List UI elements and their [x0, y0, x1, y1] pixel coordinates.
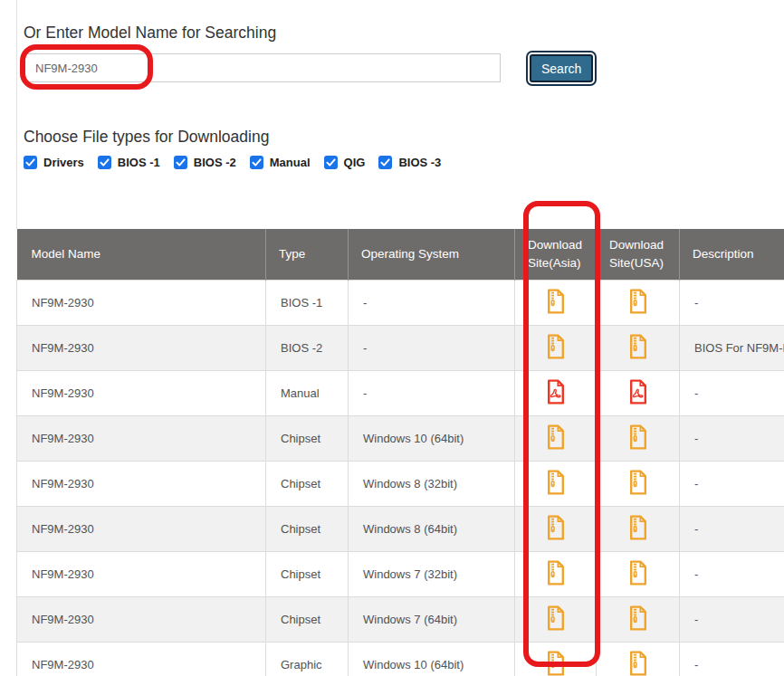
zip-file-icon: [546, 515, 566, 540]
operating-system-cell: Windows 10 (64bit): [349, 643, 515, 676]
description-cell: -: [680, 371, 784, 416]
filetype-label: BIOS -2: [194, 156, 236, 169]
model-name-input[interactable]: [24, 53, 501, 82]
download-asia-link[interactable]: [546, 515, 566, 540]
pdf-file-icon: [628, 379, 648, 405]
checkmark-icon: [100, 157, 110, 167]
type-cell: Chipset: [266, 416, 349, 462]
download-asia-link[interactable]: [546, 651, 566, 676]
download-usa-cell: [597, 371, 680, 416]
filetypes-heading: Choose File types for Downloading: [24, 128, 269, 147]
checkmark-icon: [252, 157, 262, 167]
table-header-row: Model Name Type Operating System Downloa…: [17, 229, 784, 281]
download-asia-link[interactable]: [546, 560, 566, 586]
zip-file-icon: [546, 470, 566, 495]
filetype-label: BIOS -1: [118, 156, 160, 169]
zip-file-icon: [546, 560, 566, 586]
column-header-model-name: Model Name: [17, 229, 266, 281]
zip-file-icon: [546, 651, 566, 676]
filetype-checkbox-item[interactable]: BIOS -2: [174, 156, 236, 169]
model-name-cell: NF9M-2930: [17, 462, 266, 507]
operating-system-cell: Windows 8 (64bit): [349, 507, 515, 552]
operating-system-cell: -: [349, 371, 515, 416]
filetype-label: QIG: [344, 156, 366, 169]
download-usa-link[interactable]: [628, 470, 648, 495]
checkbox-checked-icon[interactable]: [24, 156, 37, 169]
download-asia-cell: [515, 371, 597, 416]
download-asia-link[interactable]: [546, 424, 566, 450]
download-usa-link[interactable]: [628, 605, 648, 631]
filetype-label: Drivers: [43, 156, 84, 169]
type-cell: Chipset: [266, 507, 349, 552]
download-asia-cell: [515, 552, 597, 597]
table-row: NF9M-2930 Manual -: [17, 371, 784, 416]
description-cell: -: [680, 416, 784, 462]
operating-system-cell: Windows 10 (64bit): [349, 416, 515, 462]
table-row: NF9M-2930 BIOS -2 -: [17, 326, 784, 371]
model-name-cell: NF9M-2930: [17, 507, 266, 552]
model-name-cell: NF9M-2930: [17, 416, 266, 462]
type-cell: BIOS -1: [266, 281, 349, 326]
checkmark-icon: [176, 157, 186, 167]
column-header-type: Type: [266, 229, 349, 281]
search-button[interactable]: Search: [530, 54, 593, 82]
download-asia-link[interactable]: [546, 334, 566, 359]
download-usa-link[interactable]: [628, 515, 648, 540]
table-row: NF9M-2930 Chipset Windows 8 (64bit): [17, 507, 784, 552]
download-usa-link[interactable]: [628, 651, 648, 676]
table-row: NF9M-2930 Chipset Windows 8 (32bit): [17, 462, 784, 507]
checkbox-checked-icon[interactable]: [324, 156, 338, 169]
download-asia-cell: [515, 416, 597, 462]
download-asia-cell: [515, 281, 597, 326]
model-name-cell: NF9M-2930: [17, 326, 266, 371]
filetype-checkbox-item[interactable]: BIOS -3: [378, 156, 441, 169]
model-name-cell: NF9M-2930: [17, 552, 266, 597]
operating-system-cell: -: [349, 326, 515, 371]
filetype-checkbox-item[interactable]: Manual: [250, 156, 311, 169]
zip-file-icon: [546, 289, 566, 314]
model-name-cell: NF9M-2930: [17, 371, 266, 416]
checkbox-checked-icon[interactable]: [174, 156, 187, 169]
description-cell: -: [680, 462, 784, 507]
download-usa-cell: [597, 462, 680, 507]
filetype-checkbox-item[interactable]: QIG: [324, 156, 366, 169]
download-usa-link[interactable]: [628, 289, 648, 314]
checkmark-icon: [380, 157, 390, 167]
download-asia-link[interactable]: [546, 379, 566, 405]
download-usa-link[interactable]: [628, 334, 648, 359]
zip-file-icon: [628, 470, 648, 495]
filetype-checkbox-item[interactable]: BIOS -1: [98, 156, 160, 169]
download-asia-cell: [515, 326, 597, 371]
download-usa-cell: [597, 507, 680, 552]
type-cell: Manual: [266, 371, 349, 416]
checkmark-icon: [25, 157, 35, 167]
download-usa-cell: [597, 597, 680, 643]
filetype-label: Manual: [270, 156, 311, 169]
content-left-border: [16, 0, 17, 229]
zip-file-icon: [628, 605, 648, 631]
download-usa-link[interactable]: [628, 424, 648, 450]
download-asia-link[interactable]: [546, 605, 566, 631]
filetype-checkbox-item[interactable]: Drivers: [24, 156, 84, 169]
model-name-cell: NF9M-2930: [17, 281, 266, 326]
description-cell: BIOS For NF9M-E34: [680, 326, 784, 371]
checkbox-checked-icon[interactable]: [98, 156, 111, 169]
download-usa-cell: [597, 416, 680, 462]
download-usa-cell: [597, 643, 680, 676]
column-header-description: Description: [680, 229, 784, 281]
table-row: NF9M-2930 Chipset Windows 7 (64bit): [17, 597, 784, 643]
column-header-operating-system: Operating System: [349, 229, 515, 281]
download-asia-link[interactable]: [546, 289, 566, 314]
checkbox-checked-icon[interactable]: [378, 156, 392, 169]
download-usa-cell: [597, 281, 680, 326]
download-asia-link[interactable]: [546, 470, 566, 495]
download-usa-link[interactable]: [628, 560, 648, 586]
downloads-table: Model Name Type Operating System Downloa…: [16, 229, 784, 676]
download-usa-link[interactable]: [628, 379, 648, 405]
download-asia-cell: [515, 597, 597, 643]
operating-system-cell: Windows 7 (32bit): [349, 552, 515, 597]
checkbox-checked-icon[interactable]: [250, 156, 263, 169]
type-cell: Chipset: [266, 462, 349, 507]
description-cell: -: [680, 552, 784, 597]
zip-file-icon: [628, 334, 648, 359]
